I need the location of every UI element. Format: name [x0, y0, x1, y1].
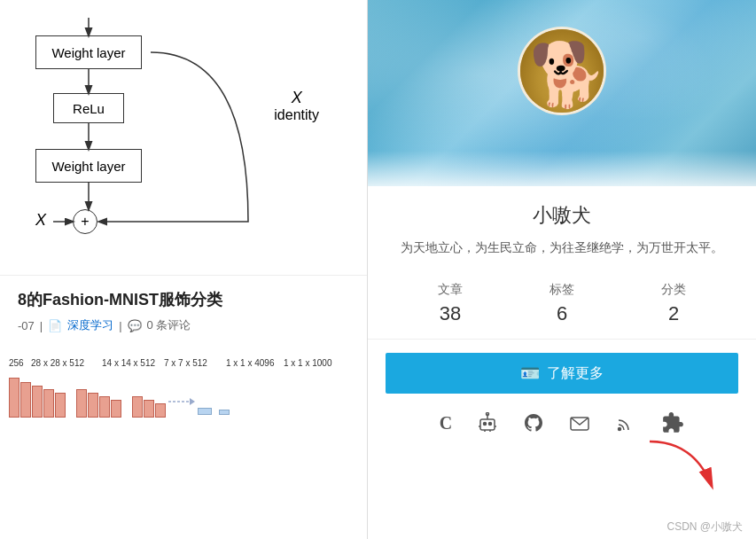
plus-label: +: [81, 214, 89, 230]
comment-icon: 💬: [128, 319, 142, 332]
arch-1x1x1000-label: 1 x 1 x 1000: [284, 358, 331, 368]
article-title: 8的Fashion-MNIST服饰分类: [18, 289, 349, 310]
x-identity: X identity: [274, 89, 319, 123]
card-icon: 🪪: [520, 363, 540, 383]
arch-14x14-label: 14 x 14 x 512: [102, 358, 155, 368]
blue-block-group: [198, 381, 230, 415]
c-icon[interactable]: C: [440, 413, 452, 434]
social-row: C: [368, 407, 756, 443]
identity-label: identity: [274, 107, 319, 122]
arch-7x7-label: 7 x 7 x 512: [164, 358, 207, 368]
svg-rect-6: [480, 419, 495, 430]
profile-content: 小嗷犬 为天地立心，为生民立命，为往圣继绝学，为万世开太平。: [368, 202, 756, 257]
rss-icon[interactable]: [615, 412, 636, 434]
nn-diagram: Weight layer ReLu Weight layer X identit…: [27, 18, 346, 266]
stat-articles-value: 38: [394, 302, 506, 325]
red-block-group-3: [132, 378, 166, 418]
plus-circle: +: [73, 209, 97, 234]
arch-28x28-label: 28 x 28 x 512: [31, 358, 84, 368]
red-arrow-annotation: [641, 437, 729, 508]
article-category[interactable]: 深度学习: [67, 317, 113, 333]
svg-marker-5: [190, 398, 195, 405]
article-info: 8的Fashion-MNIST服饰分类 -07 | 📄 深度学习 | 💬 0 条…: [0, 275, 367, 342]
stat-categories-value: 2: [618, 302, 729, 325]
profile-bg: [368, 0, 756, 186]
csdn-watermark: CSDN @小嗷犬: [666, 519, 743, 535]
relu-label: ReLu: [73, 101, 105, 116]
diagram-area: Weight layer ReLu Weight layer X identit…: [0, 0, 367, 275]
weight-layer-2-label: Weight layer: [51, 159, 125, 174]
right-panel: 小嗷犬 为天地立心，为生民立命，为往圣继绝学，为万世开太平。 文章 38 标签 …: [368, 0, 756, 539]
stat-categories: 分类 2: [618, 282, 729, 325]
svg-point-16: [619, 428, 621, 431]
arch-1x1x4096-label: 1 x 1 x 4096: [226, 358, 274, 368]
stats-row: 文章 38 标签 6 分类 2: [368, 273, 756, 340]
x-input: X: [35, 211, 46, 229]
stat-articles: 文章 38: [394, 282, 506, 325]
arch-blocks: [9, 373, 230, 422]
robot-icon[interactable]: [477, 412, 498, 434]
left-panel: Weight layer ReLu Weight layer X identit…: [0, 0, 368, 539]
separator-1: |: [40, 319, 43, 332]
stat-categories-label: 分类: [618, 282, 729, 298]
relu-box: ReLu: [53, 93, 124, 123]
profile-motto: 为天地立心，为生民立命，为往圣继绝学，为万世开太平。: [386, 238, 738, 257]
article-date: -07: [18, 319, 35, 332]
svg-point-8: [489, 423, 492, 426]
svg-point-7: [484, 423, 487, 426]
doge-avatar: [520, 29, 604, 113]
x-input-label: X: [35, 211, 46, 230]
arch-arrow-svg: [168, 382, 195, 422]
puzzle-icon[interactable]: [661, 411, 684, 434]
doc-icon: 📄: [48, 319, 62, 332]
weight-layer-1-label: Weight layer: [51, 45, 125, 60]
red-block-group-2: [76, 378, 121, 418]
github-icon[interactable]: [523, 412, 544, 434]
stat-tags-value: 6: [506, 302, 618, 325]
know-more-label: 了解更多: [547, 364, 604, 383]
stat-tags-label: 标签: [506, 282, 618, 298]
arch-diagram: 256 28 x 28 x 512 14 x 14 x 512 7 x 7 x …: [0, 351, 367, 431]
weight-layer-2-box: Weight layer: [35, 149, 142, 183]
stat-articles-label: 文章: [394, 282, 506, 298]
profile-name: 小嗷犬: [386, 202, 738, 229]
weight-layer-1-box: Weight layer: [35, 35, 142, 69]
red-block-group: [9, 378, 66, 418]
x-label: X: [274, 89, 319, 107]
separator-2: |: [119, 319, 121, 332]
stat-tags: 标签 6: [506, 282, 618, 325]
article-comments: 0 条评论: [147, 317, 191, 333]
arch-256-label: 256: [9, 358, 24, 368]
article-meta: -07 | 📄 深度学习 | 💬 0 条评论: [18, 317, 349, 333]
know-more-button[interactable]: 🪪 了解更多: [386, 353, 738, 394]
avatar: [518, 27, 606, 115]
email-icon[interactable]: [569, 412, 590, 434]
